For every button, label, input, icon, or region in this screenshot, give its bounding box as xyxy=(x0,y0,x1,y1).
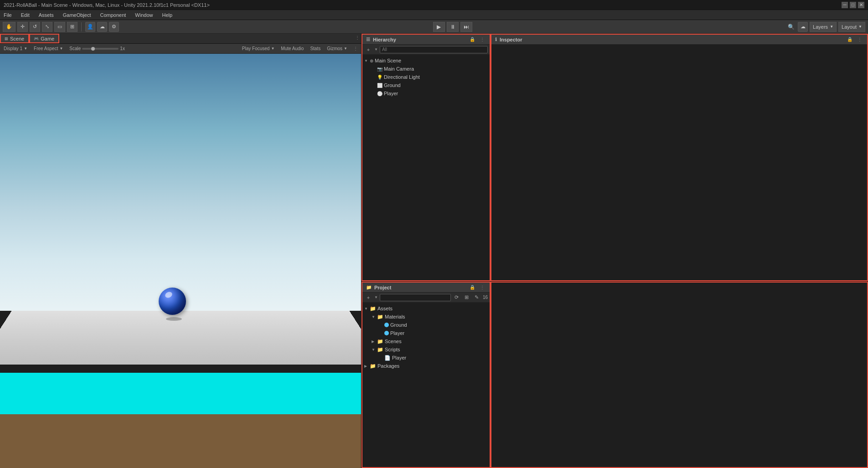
project-count: 16 xyxy=(483,295,488,300)
project-refresh-btn[interactable]: ⟳ xyxy=(453,293,461,302)
scale-tool-button[interactable]: ⤡ xyxy=(42,22,52,32)
project-search-input[interactable] xyxy=(380,294,451,301)
hierarchy-header-icon: ☰ xyxy=(366,37,370,42)
project-ground-material[interactable]: Ground xyxy=(362,321,490,329)
rect-tool-button[interactable]: ▭ xyxy=(54,22,65,32)
light-label: Directional Light xyxy=(384,74,420,80)
scale-value: 1x xyxy=(120,46,125,51)
project-player-script[interactable]: 📄 Player xyxy=(362,354,490,362)
play-button[interactable]: ▶ xyxy=(433,22,445,32)
layers-dropdown[interactable]: Layers ▼ xyxy=(810,22,837,32)
aspect-dropdown[interactable]: Free Aspect ▼ xyxy=(32,46,65,51)
inspector-title: Inspector xyxy=(500,37,843,42)
project-materials[interactable]: ▼ 📁 Materials xyxy=(362,313,490,321)
project-add-arrow: ▼ xyxy=(374,295,378,299)
project-add-btn[interactable]: + xyxy=(364,293,372,302)
project-content: ▼ 📁 Assets ▼ 📁 Materials xyxy=(362,303,490,467)
scale-slider-thumb xyxy=(91,47,95,51)
menu-edit[interactable]: Edit xyxy=(19,12,31,18)
move-tool-button[interactable]: ✛ xyxy=(17,22,28,32)
account-btn[interactable]: ☁ xyxy=(798,22,808,32)
mute-audio-btn[interactable]: Mute Audio xyxy=(279,46,305,51)
hierarchy-item-main-camera[interactable]: 📷 Main Camera xyxy=(362,65,490,73)
tab-scene[interactable]: ⊞ Scene xyxy=(0,34,29,43)
game-tab-label: Game xyxy=(41,36,54,41)
minimize-button[interactable]: ─ xyxy=(842,2,848,8)
project-assets[interactable]: ▼ 📁 Assets xyxy=(362,304,490,313)
gizmos-arrow: ▼ xyxy=(344,46,347,51)
account-icon[interactable]: 👤 xyxy=(85,22,95,32)
ground-label: Ground xyxy=(384,82,401,88)
play-focused-dropdown[interactable]: Play Focused ▼ xyxy=(240,46,277,51)
play-focused-arrow: ▼ xyxy=(271,46,274,51)
hierarchy-item-ground[interactable]: ⬜ Ground xyxy=(362,81,490,89)
hierarchy-title: Hierarchy xyxy=(373,37,466,42)
menu-assets[interactable]: Assets xyxy=(37,12,56,18)
hierarchy-item-player[interactable]: ⚪ Player xyxy=(362,89,490,98)
menu-window[interactable]: Window xyxy=(133,12,155,18)
light-icon: 💡 xyxy=(377,75,382,80)
inspector-lock-btn[interactable]: 🔒 xyxy=(846,36,853,43)
scene-root-label: Main Scene xyxy=(375,58,401,63)
brown-base xyxy=(0,414,361,468)
hierarchy-content: ▼ ⊕ Main Scene 📷 Main Camera xyxy=(362,55,490,280)
menu-help[interactable]: Help xyxy=(160,12,174,18)
right-panels: ☰ Hierarchy 🔒 ⋮ + ▼ ▼ ⊕ Main Scene xyxy=(362,34,868,468)
project-lock-btn[interactable]: 🔒 xyxy=(469,284,476,291)
game-toolbar: Display 1 ▼ Free Aspect ▼ Scale 1x Play … xyxy=(0,44,361,54)
menu-gameobject[interactable]: GameObject xyxy=(61,12,93,18)
project-player-material[interactable]: Player xyxy=(362,329,490,337)
hierarchy-item-directional-light[interactable]: 💡 Directional Light xyxy=(362,73,490,81)
hierarchy-search-input[interactable] xyxy=(380,46,488,53)
stats-btn[interactable]: Stats xyxy=(308,46,322,51)
cloud-icon[interactable]: ☁ xyxy=(97,22,107,32)
title-bar: 2021-RollABall - Main Scene - Windows, M… xyxy=(0,0,868,10)
maximize-button[interactable]: □ xyxy=(850,2,856,8)
hierarchy-panel: ☰ Hierarchy 🔒 ⋮ + ▼ ▼ ⊕ Main Scene xyxy=(362,34,491,281)
project-layout-btn[interactable]: ⊞ xyxy=(463,293,471,302)
ball-highlight xyxy=(165,291,174,299)
menu-component[interactable]: Component xyxy=(98,12,128,18)
display-label: Display 1 xyxy=(4,46,22,51)
scripts-arrow: ▼ xyxy=(372,348,377,352)
assets-arrow: ▼ xyxy=(364,307,370,311)
scale-slider[interactable] xyxy=(82,48,119,50)
project-edit-btn[interactable]: ✎ xyxy=(473,293,481,302)
hierarchy-add-arrow: ▼ xyxy=(374,47,378,51)
hand-tool-button[interactable]: ✋ xyxy=(3,22,16,32)
game-panel-menu-btn[interactable]: ⋮ xyxy=(354,34,361,41)
game-toolbar-menu-btn[interactable]: ⋮ xyxy=(352,45,359,52)
settings-icon[interactable]: ⚙ xyxy=(109,22,119,32)
assets-folder-icon: 📁 xyxy=(370,306,376,312)
project-menu-btn[interactable]: ⋮ xyxy=(479,284,486,291)
transform-tool-button[interactable]: ⊞ xyxy=(67,22,78,32)
scene-tab-icon: ⊞ xyxy=(5,36,8,41)
layout-dropdown[interactable]: Layout ▼ xyxy=(838,22,865,32)
hierarchy-lock-btn[interactable]: 🔒 xyxy=(469,36,476,43)
project-scenes[interactable]: ▶ 📁 Scenes xyxy=(362,337,490,345)
display-dropdown[interactable]: Display 1 ▼ xyxy=(2,46,29,51)
stats-label: Stats xyxy=(310,46,320,51)
search-button[interactable]: 🔍 xyxy=(786,22,796,32)
hierarchy-header: ☰ Hierarchy 🔒 ⋮ xyxy=(362,35,490,45)
hierarchy-scene-root[interactable]: ▼ ⊕ Main Scene xyxy=(362,57,490,65)
rotate-tool-button[interactable]: ↺ xyxy=(30,22,40,32)
menu-file[interactable]: File xyxy=(2,12,14,18)
hierarchy-add-btn[interactable]: + xyxy=(364,46,372,54)
hierarchy-menu-btn[interactable]: ⋮ xyxy=(479,36,486,43)
tab-game[interactable]: 🎮 Game xyxy=(29,34,59,43)
gizmos-dropdown[interactable]: Gizmos ▼ xyxy=(325,46,349,51)
scenes-arrow: ▶ xyxy=(372,339,377,344)
packages-folder-icon: 📁 xyxy=(370,363,376,369)
step-button[interactable]: ⏭ xyxy=(460,22,472,32)
player-script-label: Player xyxy=(392,355,406,360)
project-scripts[interactable]: ▼ 📁 Scripts xyxy=(362,345,490,354)
scale-label: Scale xyxy=(69,46,81,51)
pause-button[interactable]: ⏸ xyxy=(447,22,459,32)
close-button[interactable]: ✕ xyxy=(858,2,864,8)
hierarchy-toolbar: + ▼ xyxy=(362,45,490,55)
inspector-menu-btn[interactable]: ⋮ xyxy=(856,36,863,43)
project-packages[interactable]: ▶ 📁 Packages xyxy=(362,362,490,370)
scale-control[interactable]: Scale 1x xyxy=(67,46,127,51)
project-header-icon: 📁 xyxy=(366,285,372,290)
